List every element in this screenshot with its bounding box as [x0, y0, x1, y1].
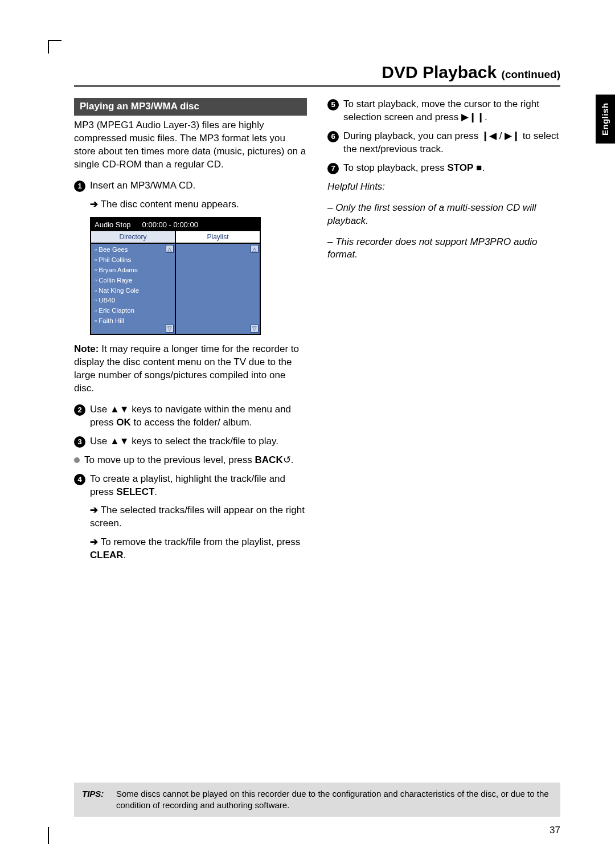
page-number: 37: [550, 825, 560, 836]
bullet-back-text: To move up to the previous level, press …: [84, 454, 293, 467]
osd-item: Eric Clapton: [91, 306, 175, 316]
step-4-result-1: The selected tracks/files will appear on…: [74, 504, 307, 530]
step-6-text: During playback, you can press ❙◀ / ▶❙ t…: [343, 130, 560, 156]
step-1-result: The disc content menu appears.: [74, 198, 307, 211]
step-1-text: Insert an MP3/WMA CD.: [90, 179, 307, 193]
osd-item: Phil Collins: [91, 255, 175, 265]
crop-mark-bottom-left: [48, 827, 49, 844]
osd-item: UB40: [91, 296, 175, 306]
step-2: 2 Use ▲▼ keys to navigate within the men…: [74, 403, 307, 429]
scroll-up-icon: △: [251, 245, 259, 253]
step-5: 5 To start playback, move the cursor to …: [327, 98, 560, 124]
section-heading: Playing an MP3/WMA disc: [74, 98, 307, 116]
step-4-text: To create a playlist, highlight the trac…: [90, 473, 307, 499]
osd-directory-list: △ Bee Gees Phil Collins Bryan Adams Coll…: [91, 244, 175, 334]
step-number-2: 2: [74, 404, 85, 416]
scroll-down-icon: ▽: [166, 325, 174, 333]
step-3: 3 Use ▲▼ keys to select the track/file t…: [74, 435, 307, 448]
osd-playlist-list: △ ▽: [176, 244, 260, 334]
step-7-text: To stop playback, press STOP ■.: [343, 162, 560, 175]
back-icon: ↺: [283, 455, 291, 465]
header-subtitle: (continued): [502, 68, 560, 80]
hint-2: – This recorder does not support MP3PRO …: [327, 236, 560, 262]
step-6: 6 During playback, you can press ❙◀ / ▶❙…: [327, 130, 560, 156]
step-3-text: Use ▲▼ keys to select the track/file to …: [90, 435, 307, 448]
manual-page: DVD Playback (continued) Playing an MP3/…: [0, 0, 615, 868]
up-down-icon: ▲▼: [110, 436, 129, 447]
crop-mark-top-left: [48, 40, 62, 54]
step-2-text: Use ▲▼ keys to navigate within the menu …: [90, 403, 307, 429]
osd-status: Audio Stop: [95, 220, 131, 230]
right-column: English 5 To start playback, move the cu…: [327, 98, 560, 568]
osd-directory-header: Directory: [91, 231, 175, 244]
stop-icon: ■: [476, 162, 482, 173]
osd-directory-column: Directory △ Bee Gees Phil Collins Bryan …: [91, 231, 175, 334]
step-number-4: 4: [74, 474, 85, 485]
osd-item: Collin Raye: [91, 276, 175, 286]
osd-item: Nat King Cole: [91, 286, 175, 296]
note-body: It may require a longer time for the rec…: [74, 343, 299, 394]
step-4: 4 To create a playlist, highlight the tr…: [74, 473, 307, 499]
step-number-5: 5: [327, 99, 339, 110]
tips-box: TIPS: Some discs cannot be played on thi…: [74, 783, 560, 817]
prev-track-icon: ❙◀: [481, 130, 497, 141]
up-down-icon: ▲▼: [110, 404, 129, 415]
note-paragraph: Note: It may require a longer time for t…: [74, 343, 307, 395]
hint-1: – Only the first session of a multi-sess…: [327, 202, 560, 228]
step-5-text: To start playback, move the cursor to th…: [343, 98, 560, 124]
scroll-up-icon: △: [166, 245, 174, 253]
language-tab: English: [596, 95, 615, 144]
osd-playlist-header: Playlist: [176, 231, 260, 244]
page-header: DVD Playback (continued): [74, 63, 560, 87]
tips-text: Some discs cannot be played on this reco…: [116, 788, 552, 812]
osd-time: 0:00:00 - 0:00:00: [142, 220, 198, 230]
step-4-result-2: To remove the track/file from the playli…: [74, 536, 307, 562]
osd-item: Faith Hill: [91, 316, 175, 326]
play-pause-icon: ▶❙❙: [461, 112, 485, 122]
note-label: Note:: [74, 343, 99, 354]
bullet-back: To move up to the previous level, press …: [74, 454, 307, 467]
tips-label: TIPS:: [82, 788, 110, 812]
header-title: DVD Playback: [382, 63, 497, 81]
step-7: 7 To stop playback, press STOP ■.: [327, 162, 560, 175]
step-number-7: 7: [327, 163, 339, 174]
osd-item: Bee Gees: [91, 245, 175, 255]
scroll-down-icon: ▽: [251, 325, 259, 333]
hints-label: Helpful Hints:: [327, 181, 560, 194]
osd-status-bar: Audio Stop 0:00:00 - 0:00:00: [91, 218, 260, 232]
step-1: 1 Insert an MP3/WMA CD.: [74, 179, 307, 193]
intro-paragraph: MP3 (MPEG1 Audio Layer-3) files are high…: [74, 119, 307, 171]
step-number-3: 3: [74, 436, 85, 448]
step-number-6: 6: [327, 131, 339, 142]
next-track-icon: ▶❙: [505, 130, 520, 141]
osd-playlist-column: Playlist △ ▽: [175, 231, 260, 334]
osd-item: Bryan Adams: [91, 265, 175, 276]
osd-screenshot: Audio Stop 0:00:00 - 0:00:00 Directory △…: [90, 217, 261, 335]
step-number-1: 1: [74, 181, 85, 192]
left-column: Playing an MP3/WMA disc MP3 (MPEG1 Audio…: [74, 98, 307, 568]
